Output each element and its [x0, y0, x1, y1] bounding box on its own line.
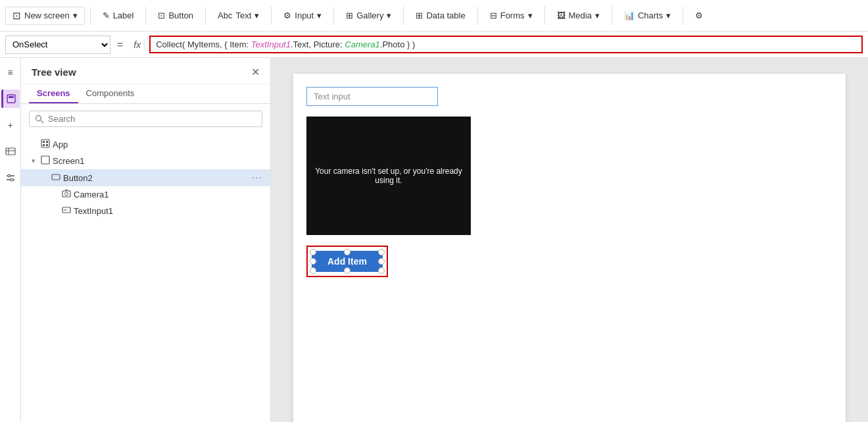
- label-button[interactable]: ✎ Label: [96, 8, 141, 23]
- tab-components[interactable]: Components: [78, 84, 143, 103]
- charts-button[interactable]: 📊 Charts ▾: [617, 8, 677, 23]
- charts-chevron: ▾: [666, 11, 671, 20]
- tree-title: Tree view: [32, 66, 76, 78]
- screen1-expand: ▾: [29, 157, 38, 165]
- add-item-wrapper: Add Item: [306, 246, 388, 277]
- input-icon: ⚙: [283, 11, 291, 20]
- tab-screens[interactable]: Screens: [29, 84, 78, 103]
- sep9: [612, 7, 612, 25]
- text-button[interactable]: Abc Text ▾: [211, 8, 266, 23]
- formula-textinput1: TextInput1: [251, 40, 291, 49]
- gallery-button[interactable]: ⊞ Gallery ▾: [339, 8, 398, 23]
- app-expand: [29, 141, 38, 149]
- forms-chevron: ▾: [528, 11, 533, 20]
- tree-panel: Tree view ✕ Screens Components: [21, 58, 271, 422]
- sep2: [145, 7, 146, 25]
- button-button[interactable]: ⊡ Button: [151, 8, 200, 23]
- forms-button[interactable]: ⊟ Forms ▾: [483, 8, 539, 23]
- sep5: [333, 7, 334, 25]
- main-area: ≡ + Tree view ✕: [0, 58, 868, 422]
- canvas-content: Text input Your camera isn't set up, or …: [293, 74, 846, 290]
- add-icon[interactable]: +: [1, 116, 20, 134]
- button2-label: Button2: [63, 173, 93, 183]
- menu-icon[interactable]: ≡: [1, 63, 20, 82]
- tree-node-button2[interactable]: Button2 ···: [21, 169, 270, 186]
- data-table-icon: ⊞: [416, 11, 423, 20]
- new-screen-button[interactable]: ⊡ New screen ▾: [5, 7, 85, 25]
- camera1-expand: [50, 191, 59, 199]
- formula-input[interactable]: Collect( MyItems, { Item: TextInput1.Tex…: [149, 36, 863, 53]
- label-icon: ✎: [103, 11, 110, 20]
- svg-rect-17: [52, 174, 60, 180]
- svg-line-10: [41, 120, 43, 123]
- screen1-icon: [41, 155, 50, 167]
- formula-bar: OnSelect = fx Collect( MyItems, { Item: …: [0, 32, 868, 58]
- tree-node-textinput1[interactable]: TextInput1: [21, 203, 270, 219]
- data-table-button[interactable]: ⊞ Data table: [409, 8, 471, 23]
- svg-rect-1: [9, 96, 14, 98]
- button2-more-button[interactable]: ···: [252, 172, 262, 184]
- formula-property-select[interactable]: OnSelect: [5, 36, 110, 54]
- tree-node-screen1[interactable]: ▾ Screen1: [21, 153, 270, 169]
- data-table-label: Data table: [426, 11, 465, 20]
- sep3: [205, 7, 206, 25]
- button2-expand: [39, 174, 49, 182]
- tree-header: Tree view ✕: [21, 58, 270, 84]
- camera1-label: Camera1: [74, 190, 108, 199]
- textinput1-label: TextInput1: [74, 206, 113, 216]
- handle-mid-right[interactable]: [378, 258, 385, 265]
- formula-end: .Photo } ): [380, 40, 415, 49]
- data-icon[interactable]: [1, 142, 20, 161]
- button2-icon: [51, 172, 60, 184]
- svg-rect-0: [7, 95, 15, 103]
- handle-top-center[interactable]: [344, 249, 350, 255]
- handle-top-right[interactable]: [378, 249, 385, 255]
- tree-search-input[interactable]: [48, 114, 256, 124]
- formula-text-part: .Text, Picture:: [291, 40, 345, 49]
- sidebar-icons: ≡ +: [0, 58, 21, 422]
- handle-bottom-right[interactable]: [378, 267, 385, 274]
- text-chevron: ▾: [254, 11, 259, 20]
- camera-block: Your camera isn't set up, or you're alre…: [306, 117, 471, 235]
- media-button[interactable]: 🖼 Media ▾: [550, 8, 606, 23]
- sep7: [477, 7, 478, 25]
- media-chevron: ▾: [595, 11, 600, 20]
- svg-rect-18: [62, 191, 70, 197]
- svg-rect-15: [46, 144, 48, 146]
- tree-node-camera1[interactable]: Camera1: [21, 186, 270, 203]
- input-label: Input: [295, 11, 314, 20]
- svg-rect-14: [43, 144, 45, 146]
- svg-point-19: [65, 192, 68, 196]
- svg-point-9: [36, 115, 41, 120]
- textinput1-expand: [50, 207, 59, 215]
- more-icon: ⚙: [695, 11, 703, 20]
- input-button[interactable]: ⚙ Input ▾: [277, 8, 328, 23]
- svg-rect-13: [46, 141, 48, 143]
- gallery-icon: ⊞: [346, 11, 353, 20]
- handle-bottom-left[interactable]: [310, 267, 316, 274]
- forms-icon: ⊟: [490, 11, 497, 20]
- handle-bottom-center[interactable]: [344, 267, 350, 274]
- input-chevron: ▾: [317, 11, 322, 20]
- text-icon: Abc: [218, 11, 232, 20]
- more-button[interactable]: ⚙: [688, 8, 710, 23]
- tree-node-app[interactable]: App: [21, 136, 270, 153]
- gallery-chevron: ▾: [387, 11, 391, 20]
- media-label: Media: [569, 11, 592, 20]
- handle-mid-left[interactable]: [310, 258, 316, 265]
- new-screen-label: New screen: [24, 11, 70, 20]
- layers-icon[interactable]: [1, 90, 20, 108]
- camera-message: Your camera isn't set up, or you're alre…: [306, 160, 471, 192]
- formula-fx-button[interactable]: fx: [130, 40, 145, 50]
- sep8: [544, 7, 545, 25]
- tree-close-button[interactable]: ✕: [251, 66, 260, 78]
- search-icon: [35, 115, 44, 124]
- canvas-frame: Text input Your camera isn't set up, or …: [293, 74, 846, 422]
- text-input-placeholder[interactable]: Text input: [306, 87, 438, 106]
- controls-icon[interactable]: [1, 169, 20, 187]
- handle-top-left[interactable]: [310, 249, 316, 255]
- app-label: App: [53, 140, 68, 149]
- button-icon: ⊡: [158, 11, 165, 20]
- toolbar: ⊡ New screen ▾ ✎ Label ⊡ Button Abc Text…: [0, 0, 868, 32]
- textinput1-icon: [62, 205, 71, 217]
